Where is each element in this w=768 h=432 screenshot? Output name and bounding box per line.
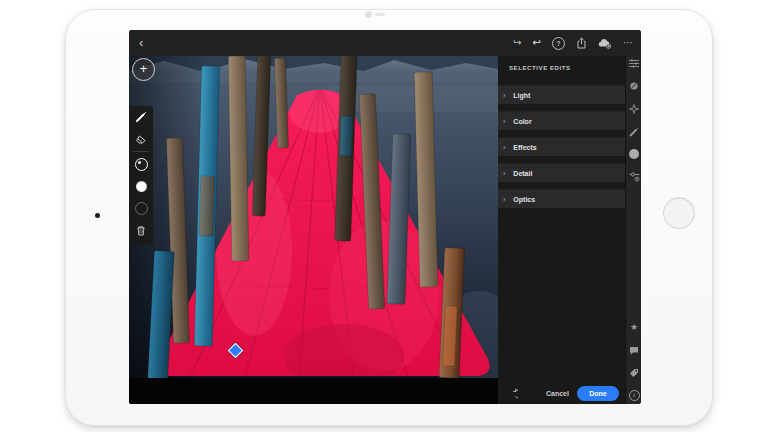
brush-size-icon <box>135 158 148 171</box>
edit-tools-rail: ★ i <box>625 56 641 404</box>
brush-feather-control[interactable] <box>129 175 153 197</box>
panel-footer: Cancel Done <box>498 382 625 404</box>
delete-selection-button[interactable] <box>129 219 153 241</box>
reset-icon <box>506 388 518 399</box>
brush-rail-tool[interactable] <box>626 127 641 137</box>
section-label: Light <box>513 92 530 99</box>
comment-icon <box>629 346 639 355</box>
keywords-button[interactable] <box>626 368 641 378</box>
rate-favorite-button[interactable]: ★ <box>626 323 641 332</box>
toolbar-actions: ↪ ↩ ? ⋯ <box>513 30 641 56</box>
sliders-icon <box>629 59 639 68</box>
section-color[interactable]: › Color <box>498 112 625 130</box>
info-icon: i <box>629 390 640 401</box>
tag-icon <box>629 368 639 378</box>
healing-tool[interactable] <box>626 81 641 91</box>
app-screen: ‹ ↪ ↩ ? ⋯ <box>129 30 641 404</box>
section-label: Detail <box>513 170 532 177</box>
undo-icon[interactable]: ↩ <box>533 30 541 56</box>
section-label: Color <box>513 118 531 125</box>
section-detail[interactable]: › Detail <box>498 164 625 182</box>
help-icon[interactable]: ? <box>552 37 565 50</box>
photo-canvas[interactable]: + <box>129 56 498 404</box>
info-button[interactable]: i <box>626 390 641 401</box>
pier-photo <box>129 56 498 404</box>
trash-icon <box>136 225 146 236</box>
section-light[interactable]: › Light <box>498 86 625 104</box>
more-icon[interactable]: ⋯ <box>623 30 633 56</box>
chevron-right-icon: › <box>503 196 505 203</box>
top-toolbar: ‹ ↪ ↩ ? ⋯ <box>129 30 641 56</box>
section-label: Effects <box>513 144 536 151</box>
brush-flow-icon <box>135 202 148 215</box>
brush-feather-icon <box>136 181 147 192</box>
star-icon: ★ <box>630 323 638 332</box>
reset-button[interactable] <box>506 388 518 399</box>
brush-tool[interactable] <box>129 106 153 128</box>
cloud-sync-icon[interactable] <box>598 38 612 49</box>
brush-flow-control[interactable] <box>129 197 153 219</box>
brush-tool-strip <box>129 106 153 245</box>
adjust-sliders-tool[interactable] <box>626 59 641 68</box>
tablet-device: ‹ ↪ ↩ ? ⋯ <box>65 9 713 426</box>
selective-edits-icon <box>629 149 639 159</box>
tool-strip-divider <box>133 151 149 152</box>
tablet-rear-camera <box>365 11 372 18</box>
share-icon[interactable] <box>576 37 587 49</box>
add-selection-button[interactable]: + <box>132 58 155 81</box>
chevron-right-icon: › <box>503 118 505 125</box>
presets-tool[interactable] <box>626 104 641 114</box>
redo-icon[interactable]: ↪ <box>513 30 521 56</box>
cancel-button[interactable]: Cancel <box>546 390 569 397</box>
chevron-right-icon: › <box>503 92 505 99</box>
section-optics[interactable]: › Optics <box>498 190 625 208</box>
selective-edits-tool-active[interactable] <box>626 149 641 159</box>
home-button[interactable] <box>663 197 695 229</box>
chevron-right-icon: › <box>503 144 505 151</box>
chevron-right-icon: › <box>503 170 505 177</box>
tablet-mic <box>375 13 385 16</box>
panel-title: SELECTIVE EDITS <box>509 65 571 71</box>
presets-sparkle-icon <box>629 104 639 114</box>
back-icon[interactable]: ‹ <box>139 30 143 56</box>
brush-icon <box>135 111 147 123</box>
panel-sections: › Light › Color › Effects › Detail <box>498 86 625 216</box>
eraser-tool[interactable] <box>129 128 153 150</box>
brush-size-control[interactable] <box>129 153 153 175</box>
auto-settings-icon <box>629 171 640 182</box>
selective-edits-panel: SELECTIVE EDITS › Light › Color › Effect… <box>498 56 625 404</box>
done-button[interactable]: Done <box>577 386 619 401</box>
comments-button[interactable] <box>626 346 641 355</box>
healing-brush-icon <box>629 81 639 91</box>
auto-settings-tool[interactable] <box>626 171 641 182</box>
tablet-front-camera <box>95 213 100 218</box>
brush-icon <box>629 127 639 137</box>
eraser-icon <box>135 134 147 145</box>
section-label: Optics <box>513 196 535 203</box>
section-effects[interactable]: › Effects <box>498 138 625 156</box>
